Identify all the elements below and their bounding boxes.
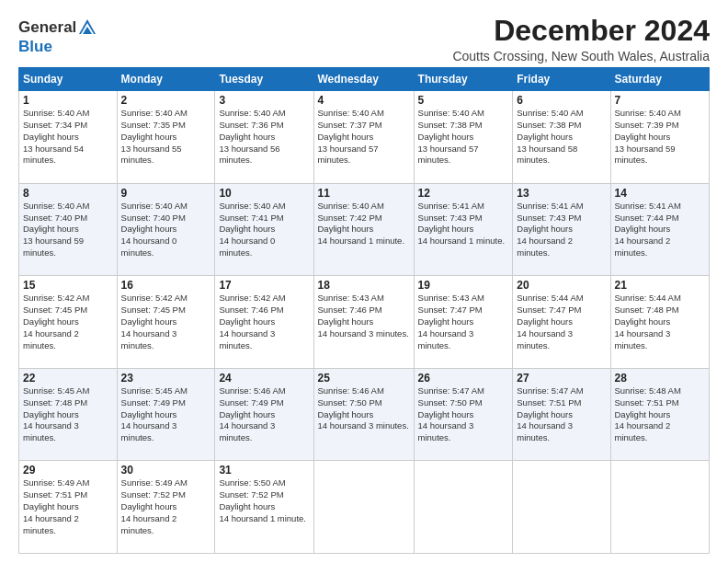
day-info: Sunrise: 5:48 AMSunset: 7:51 PMDaylight … bbox=[615, 385, 706, 444]
calendar-cell bbox=[414, 461, 513, 554]
day-number: 28 bbox=[615, 372, 706, 385]
day-info: Sunrise: 5:45 AMSunset: 7:49 PMDaylight … bbox=[121, 385, 211, 444]
day-number: 30 bbox=[121, 464, 211, 477]
day-number: 20 bbox=[517, 279, 606, 292]
day-info: Sunrise: 5:45 AMSunset: 7:48 PMDaylight … bbox=[23, 385, 113, 444]
header: General Blue December 2024 Coutts Crossi… bbox=[18, 15, 710, 63]
calendar-cell: 29 Sunrise: 5:49 AMSunset: 7:51 PMDaylig… bbox=[19, 461, 118, 554]
calendar-cell: 14 Sunrise: 5:41 AMSunset: 7:44 PMDaylig… bbox=[610, 183, 710, 276]
day-number: 1 bbox=[23, 94, 113, 107]
day-info: Sunrise: 5:42 AMSunset: 7:46 PMDaylight … bbox=[219, 293, 309, 351]
day-number: 22 bbox=[23, 372, 113, 385]
calendar-week-4: 22 Sunrise: 5:45 AMSunset: 7:48 PMDaylig… bbox=[19, 368, 710, 461]
day-info: Sunrise: 5:43 AMSunset: 7:46 PMDaylight … bbox=[318, 293, 410, 339]
day-info: Sunrise: 5:47 AMSunset: 7:50 PMDaylight … bbox=[418, 385, 509, 444]
day-info: Sunrise: 5:40 AMSunset: 7:34 PMDaylight … bbox=[23, 108, 113, 167]
calendar-cell bbox=[513, 461, 610, 554]
day-number: 14 bbox=[615, 187, 706, 200]
calendar-cell: 9 Sunrise: 5:40 AMSunset: 7:40 PMDayligh… bbox=[117, 183, 215, 276]
calendar-cell: 22 Sunrise: 5:45 AMSunset: 7:48 PMDaylig… bbox=[19, 368, 118, 461]
day-number: 23 bbox=[121, 372, 211, 385]
day-number: 16 bbox=[121, 279, 211, 292]
calendar-cell: 31 Sunrise: 5:50 AMSunset: 7:52 PMDaylig… bbox=[215, 461, 313, 554]
calendar-cell: 5 Sunrise: 5:40 AMSunset: 7:38 PMDayligh… bbox=[414, 91, 513, 184]
col-header-wednesday: Wednesday bbox=[313, 68, 414, 91]
calendar-cell: 26 Sunrise: 5:47 AMSunset: 7:50 PMDaylig… bbox=[414, 368, 513, 461]
day-number: 5 bbox=[418, 94, 509, 107]
day-info: Sunrise: 5:43 AMSunset: 7:47 PMDaylight … bbox=[418, 293, 509, 351]
logo-general: General bbox=[18, 18, 76, 36]
day-number: 21 bbox=[615, 279, 706, 292]
day-info: Sunrise: 5:46 AMSunset: 7:49 PMDaylight … bbox=[219, 385, 309, 444]
calendar-cell: 6 Sunrise: 5:40 AMSunset: 7:38 PMDayligh… bbox=[513, 91, 610, 184]
calendar: SundayMondayTuesdayWednesdayThursdayFrid… bbox=[18, 67, 710, 554]
calendar-cell bbox=[610, 461, 710, 554]
day-number: 9 bbox=[121, 187, 211, 200]
day-info: Sunrise: 5:40 AMSunset: 7:38 PMDaylight … bbox=[418, 108, 509, 167]
title-block: December 2024 Coutts Crossing, New South… bbox=[452, 15, 710, 63]
day-info: Sunrise: 5:49 AMSunset: 7:51 PMDaylight … bbox=[23, 477, 113, 536]
calendar-cell: 17 Sunrise: 5:42 AMSunset: 7:46 PMDaylig… bbox=[215, 276, 313, 369]
col-header-friday: Friday bbox=[513, 68, 610, 91]
day-info: Sunrise: 5:40 AMSunset: 7:40 PMDaylight … bbox=[23, 201, 113, 259]
day-info: Sunrise: 5:42 AMSunset: 7:45 PMDaylight … bbox=[121, 293, 211, 351]
calendar-cell: 11 Sunrise: 5:40 AMSunset: 7:42 PMDaylig… bbox=[313, 183, 414, 276]
day-info: Sunrise: 5:40 AMSunset: 7:39 PMDaylight … bbox=[615, 108, 706, 167]
calendar-cell: 28 Sunrise: 5:48 AMSunset: 7:51 PMDaylig… bbox=[610, 368, 710, 461]
calendar-cell: 12 Sunrise: 5:41 AMSunset: 7:43 PMDaylig… bbox=[414, 183, 513, 276]
day-number: 7 bbox=[615, 94, 706, 107]
calendar-week-2: 8 Sunrise: 5:40 AMSunset: 7:40 PMDayligh… bbox=[19, 183, 710, 276]
col-header-saturday: Saturday bbox=[610, 68, 710, 91]
day-number: 3 bbox=[219, 94, 309, 107]
calendar-cell: 23 Sunrise: 5:45 AMSunset: 7:49 PMDaylig… bbox=[117, 368, 215, 461]
day-number: 15 bbox=[23, 279, 113, 292]
logo-blue: Blue bbox=[18, 38, 97, 56]
calendar-cell: 4 Sunrise: 5:40 AMSunset: 7:37 PMDayligh… bbox=[313, 91, 414, 184]
calendar-cell: 27 Sunrise: 5:47 AMSunset: 7:51 PMDaylig… bbox=[513, 368, 610, 461]
calendar-cell: 8 Sunrise: 5:40 AMSunset: 7:40 PMDayligh… bbox=[19, 183, 118, 276]
calendar-cell: 13 Sunrise: 5:41 AMSunset: 7:43 PMDaylig… bbox=[513, 183, 610, 276]
day-number: 19 bbox=[418, 279, 509, 292]
calendar-week-3: 15 Sunrise: 5:42 AMSunset: 7:45 PMDaylig… bbox=[19, 276, 710, 369]
calendar-cell: 30 Sunrise: 5:49 AMSunset: 7:52 PMDaylig… bbox=[117, 461, 215, 554]
col-header-thursday: Thursday bbox=[414, 68, 513, 91]
location-title: Coutts Crossing, New South Wales, Austra… bbox=[452, 49, 710, 63]
day-info: Sunrise: 5:46 AMSunset: 7:50 PMDaylight … bbox=[318, 385, 410, 432]
col-header-sunday: Sunday bbox=[19, 68, 118, 91]
col-header-tuesday: Tuesday bbox=[215, 68, 313, 91]
day-info: Sunrise: 5:41 AMSunset: 7:43 PMDaylight … bbox=[517, 201, 606, 259]
calendar-cell: 10 Sunrise: 5:40 AMSunset: 7:41 PMDaylig… bbox=[215, 183, 313, 276]
day-info: Sunrise: 5:40 AMSunset: 7:38 PMDaylight … bbox=[517, 108, 606, 167]
page: General Blue December 2024 Coutts Crossi… bbox=[0, 0, 728, 563]
day-number: 24 bbox=[219, 372, 309, 385]
calendar-cell: 19 Sunrise: 5:43 AMSunset: 7:47 PMDaylig… bbox=[414, 276, 513, 369]
day-info: Sunrise: 5:40 AMSunset: 7:40 PMDaylight … bbox=[121, 201, 211, 259]
day-info: Sunrise: 5:44 AMSunset: 7:47 PMDaylight … bbox=[517, 293, 606, 351]
calendar-header-row: SundayMondayTuesdayWednesdayThursdayFrid… bbox=[19, 68, 710, 91]
calendar-cell: 2 Sunrise: 5:40 AMSunset: 7:35 PMDayligh… bbox=[117, 91, 215, 184]
calendar-cell: 25 Sunrise: 5:46 AMSunset: 7:50 PMDaylig… bbox=[313, 368, 414, 461]
day-info: Sunrise: 5:49 AMSunset: 7:52 PMDaylight … bbox=[121, 477, 211, 536]
calendar-cell bbox=[313, 461, 414, 554]
col-header-monday: Monday bbox=[117, 68, 215, 91]
calendar-cell: 20 Sunrise: 5:44 AMSunset: 7:47 PMDaylig… bbox=[513, 276, 610, 369]
day-info: Sunrise: 5:41 AMSunset: 7:44 PMDaylight … bbox=[615, 201, 706, 259]
day-number: 10 bbox=[219, 187, 309, 200]
day-number: 4 bbox=[318, 94, 410, 107]
calendar-week-5: 29 Sunrise: 5:49 AMSunset: 7:51 PMDaylig… bbox=[19, 461, 710, 554]
day-number: 8 bbox=[23, 187, 113, 200]
day-info: Sunrise: 5:44 AMSunset: 7:48 PMDaylight … bbox=[615, 293, 706, 351]
day-number: 29 bbox=[23, 464, 113, 477]
day-info: Sunrise: 5:42 AMSunset: 7:45 PMDaylight … bbox=[23, 293, 113, 351]
calendar-cell: 7 Sunrise: 5:40 AMSunset: 7:39 PMDayligh… bbox=[610, 91, 710, 184]
calendar-cell: 1 Sunrise: 5:40 AMSunset: 7:34 PMDayligh… bbox=[19, 91, 118, 184]
calendar-week-1: 1 Sunrise: 5:40 AMSunset: 7:34 PMDayligh… bbox=[19, 91, 710, 184]
day-number: 26 bbox=[418, 372, 509, 385]
logo-icon bbox=[77, 17, 97, 38]
day-number: 12 bbox=[418, 187, 509, 200]
day-number: 31 bbox=[219, 464, 309, 477]
day-info: Sunrise: 5:41 AMSunset: 7:43 PMDaylight … bbox=[418, 201, 509, 247]
day-info: Sunrise: 5:40 AMSunset: 7:36 PMDaylight … bbox=[219, 108, 309, 167]
day-number: 25 bbox=[318, 372, 410, 385]
calendar-cell: 3 Sunrise: 5:40 AMSunset: 7:36 PMDayligh… bbox=[215, 91, 313, 184]
